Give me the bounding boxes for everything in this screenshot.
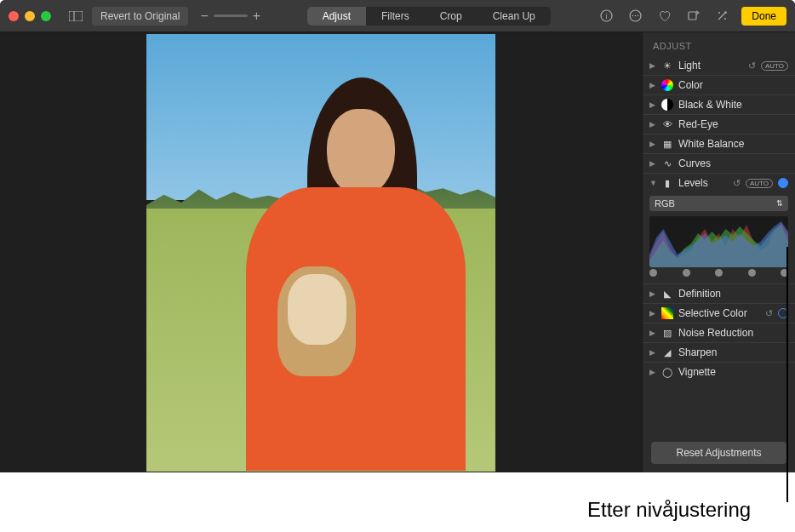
color-icon xyxy=(661,79,673,91)
vignette-icon: ◯ xyxy=(661,366,673,378)
content-area: ADJUST ▶ ☀ Light ↺ AUTO ▶ Color ▶ Black … xyxy=(0,32,795,472)
svg-point-6 xyxy=(635,15,637,17)
svg-point-7 xyxy=(638,15,639,17)
callout-line xyxy=(786,247,788,502)
shadow-slider[interactable] xyxy=(683,269,690,277)
noise-icon: ▨ xyxy=(661,327,673,339)
window-controls xyxy=(9,11,51,21)
wb-icon: ▦ xyxy=(661,138,673,150)
curves-icon: ∿ xyxy=(661,157,673,169)
adjust-label: Vignette xyxy=(678,366,788,378)
mid-slider[interactable] xyxy=(715,269,723,277)
adjust-row-vignette[interactable]: ▶ ◯ Vignette xyxy=(643,363,795,381)
zoom-slider[interactable]: − + xyxy=(200,9,260,24)
callout-text: Etter nivåjustering xyxy=(587,498,751,522)
adjust-row-color[interactable]: ▶ Color xyxy=(643,76,795,95)
chevron-right-icon: ▶ xyxy=(649,329,656,337)
sidebar-toggle-icon[interactable] xyxy=(66,7,85,26)
levels-histogram[interactable] xyxy=(649,216,788,267)
channel-select[interactable]: RGB ⇅ xyxy=(649,196,788,211)
light-icon: ☀ xyxy=(661,60,673,72)
tab-adjust[interactable]: Adjust xyxy=(307,7,366,26)
svg-point-5 xyxy=(632,15,634,17)
reset-icon[interactable]: ↺ xyxy=(748,60,756,72)
svg-rect-0 xyxy=(69,11,83,21)
adjust-label: Sharpen xyxy=(678,346,788,358)
levels-icon: ▮ xyxy=(661,177,673,189)
reset-icon[interactable]: ↺ xyxy=(733,178,741,189)
adjust-row-levels[interactable]: ▼ ▮ Levels ↺ AUTO xyxy=(643,174,795,192)
auto-badge[interactable]: AUTO xyxy=(761,61,788,71)
highlight-slider[interactable] xyxy=(748,269,756,277)
reset-adjustments-button[interactable]: Reset Adjustments xyxy=(651,442,786,464)
adjust-label: Selective Color xyxy=(678,307,760,319)
adjust-row-bw[interactable]: ▶ Black & White xyxy=(643,95,795,115)
svg-point-9 xyxy=(718,12,720,14)
chevron-right-icon: ▶ xyxy=(649,61,656,70)
adjust-row-noise[interactable]: ▶ ▨ Noise Reduction xyxy=(643,323,795,343)
info-icon[interactable]: i xyxy=(597,7,615,26)
black-point-slider[interactable] xyxy=(649,269,657,277)
adjust-row-light[interactable]: ▶ ☀ Light ↺ AUTO xyxy=(643,56,795,76)
adjust-label: Black & White xyxy=(678,99,788,111)
definition-icon: ◣ xyxy=(661,288,673,300)
adjust-label: Curves xyxy=(678,157,788,169)
tab-crop[interactable]: Crop xyxy=(425,7,478,26)
close-window-icon[interactable] xyxy=(9,11,19,21)
revert-button[interactable]: Revert to Original xyxy=(92,7,188,26)
tab-cleanup[interactable]: Clean Up xyxy=(478,7,551,26)
chevron-right-icon: ▶ xyxy=(649,309,656,317)
photo-preview xyxy=(146,34,495,472)
chevron-right-icon: ▶ xyxy=(649,140,656,148)
adjust-label: Light xyxy=(678,60,743,72)
more-icon[interactable] xyxy=(626,7,644,26)
auto-badge[interactable]: AUTO xyxy=(746,179,773,188)
magic-icon[interactable] xyxy=(712,7,731,26)
favorite-icon[interactable] xyxy=(655,7,673,26)
toolbar-right: i Done xyxy=(597,7,786,26)
active-indicator-icon[interactable] xyxy=(778,178,788,188)
adjust-row-definition[interactable]: ▶ ◣ Definition xyxy=(643,284,795,304)
rotate-icon[interactable] xyxy=(683,7,702,26)
zoom-track[interactable] xyxy=(214,14,248,17)
photo-canvas[interactable] xyxy=(0,32,642,472)
adjust-row-selcolor[interactable]: ▶ Selective Color ↺ xyxy=(643,304,795,323)
svg-point-10 xyxy=(724,18,726,20)
adjust-label: Definition xyxy=(678,288,788,300)
panel-header: ADJUST xyxy=(643,32,795,56)
sharpen-icon: ◢ xyxy=(661,346,673,358)
adjust-row-redeye[interactable]: ▶ 👁 Red-Eye xyxy=(643,115,795,134)
adjust-label: Levels xyxy=(678,177,728,189)
adjust-row-curves[interactable]: ▶ ∿ Curves xyxy=(643,154,795,174)
adjust-row-wb[interactable]: ▶ ▦ White Balance xyxy=(643,134,795,154)
fullscreen-window-icon[interactable] xyxy=(41,11,51,21)
reset-icon[interactable]: ↺ xyxy=(765,308,773,319)
selcolor-icon xyxy=(661,307,673,319)
chevron-down-icon: ▼ xyxy=(649,179,656,187)
svg-text:i: i xyxy=(605,12,607,20)
app-window: Revert to Original − + Adjust Filters Cr… xyxy=(0,0,795,472)
redeye-icon: 👁 xyxy=(661,118,673,130)
chevron-right-icon: ▶ xyxy=(649,81,656,89)
adjust-row-sharpen[interactable]: ▶ ◢ Sharpen xyxy=(643,343,795,363)
tab-filters[interactable]: Filters xyxy=(366,7,425,26)
chevron-right-icon: ▶ xyxy=(649,348,656,357)
channel-label: RGB xyxy=(655,198,675,209)
adjust-label: White Balance xyxy=(678,138,788,150)
levels-panel: RGB ⇅ xyxy=(643,192,795,284)
minimize-window-icon[interactable] xyxy=(25,11,35,21)
levels-sliders xyxy=(649,269,788,277)
adjust-sidebar: ADJUST ▶ ☀ Light ↺ AUTO ▶ Color ▶ Black … xyxy=(642,32,795,472)
adjust-label: Color xyxy=(678,79,788,91)
mode-tabs: Adjust Filters Crop Clean Up xyxy=(307,7,551,26)
done-button[interactable]: Done xyxy=(741,7,786,26)
chevron-right-icon: ▶ xyxy=(649,368,656,376)
dropdown-arrows-icon: ⇅ xyxy=(776,199,783,208)
svg-rect-8 xyxy=(689,12,696,20)
adjust-label: Red-Eye xyxy=(678,118,788,130)
bw-icon xyxy=(661,99,673,111)
zoom-out-icon: − xyxy=(200,9,208,24)
chevron-right-icon: ▶ xyxy=(649,289,656,298)
chevron-right-icon: ▶ xyxy=(649,100,656,109)
chevron-right-icon: ▶ xyxy=(649,120,656,129)
